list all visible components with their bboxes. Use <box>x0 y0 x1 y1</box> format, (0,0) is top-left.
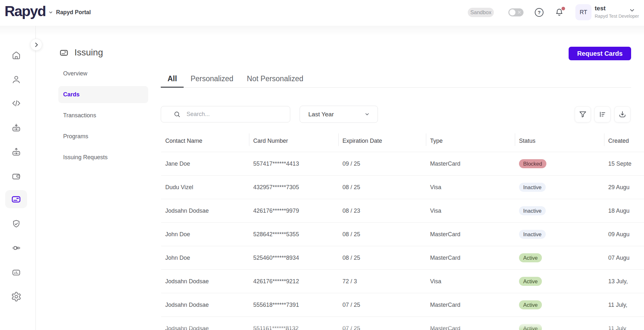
rapyd-logo: Rapyd <box>5 3 46 20</box>
nav-item-issuing-requests[interactable]: Issuing Requests <box>58 149 148 166</box>
cell-created: 13 July, <box>604 278 644 285</box>
nav-item-overview[interactable]: Overview <box>58 65 148 82</box>
toggle-knob <box>509 9 515 15</box>
sidebar-item-clients[interactable] <box>5 70 27 88</box>
cell-exp: 09 / 25 <box>338 160 426 167</box>
cell-type: MasterCard <box>426 302 515 308</box>
table-row[interactable]: Jane Doe557417******441309 / 25MasterCar… <box>161 152 644 176</box>
sidebar-expand-button[interactable] <box>30 39 42 51</box>
cell-type: MasterCard <box>426 160 515 167</box>
column-header-created: Created <box>604 132 644 152</box>
sidebar-item-issuing[interactable] <box>5 190 27 208</box>
table-row[interactable]: Jodsahn Dodsae426176******921272 / 3Visa… <box>161 270 644 293</box>
tab-not-personalized[interactable]: Not Personalized <box>240 70 310 87</box>
cell-status: Inactive <box>515 183 604 192</box>
cell-status: Inactive <box>515 206 604 215</box>
nav-item-transactions[interactable]: Transactions <box>58 107 148 124</box>
sandbox-toggle[interactable] <box>508 8 524 16</box>
sidebar-item-integrations[interactable] <box>5 239 27 257</box>
cell-status: Blocked <box>515 159 604 168</box>
table-row[interactable]: John Doe528642******535508 / 25MasterCar… <box>161 223 644 246</box>
tab-personalized[interactable]: Personalized <box>184 70 240 87</box>
notifications-button[interactable] <box>555 8 564 17</box>
cell-card: 557417******4413 <box>249 160 338 167</box>
table-row[interactable]: Jodsahn Dodsae551161******813207 / 25Mas… <box>161 317 644 330</box>
cell-contact: Dudu Vizel <box>161 184 249 191</box>
sidebar-item-wallets[interactable] <box>5 167 27 185</box>
table-row[interactable]: Jodsahn Dodsae426176******997908 / 23Vis… <box>161 199 644 223</box>
user-menu-chevron-icon[interactable] <box>629 7 635 14</box>
download-icon <box>618 110 627 119</box>
payout-icon <box>11 147 22 157</box>
issuing-card-icon <box>58 48 70 58</box>
app-header: Rapyd Rapyd Portal Sandbox ? RT test Rap… <box>0 0 644 26</box>
cell-type: Visa <box>426 184 515 191</box>
status-badge: Inactive <box>519 206 546 215</box>
sidebar-item-developers[interactable] <box>5 94 27 112</box>
status-badge: Active <box>519 253 542 262</box>
request-cards-button[interactable]: Request Cards <box>569 47 631 60</box>
cell-created: 18 Augu <box>604 208 644 214</box>
tab-all[interactable]: All <box>161 70 184 87</box>
sidebar-item-disburse[interactable] <box>5 143 27 161</box>
cell-exp: 08 / 25 <box>338 255 426 261</box>
cell-contact: Jodsahn Dodsae <box>161 325 249 330</box>
cell-created: 09 Augu <box>604 231 644 238</box>
cell-contact: Jane Doe <box>161 160 249 167</box>
column-header-contact-name: Contact Name <box>161 132 249 152</box>
avatar[interactable]: RT <box>575 4 591 20</box>
status-badge: Blocked <box>519 159 546 168</box>
card-icon <box>11 194 22 205</box>
sidebar-item-settings[interactable] <box>5 287 27 306</box>
cell-card: 426176******9212 <box>249 278 338 285</box>
status-badge: Active <box>519 324 542 330</box>
chevron-down-icon <box>48 10 53 15</box>
table-row[interactable]: Jodsahn Dodsae555618******739107 / 25Mas… <box>161 293 644 317</box>
cell-contact: Jodsahn Dodsae <box>161 278 249 285</box>
help-button[interactable]: ? <box>535 8 543 17</box>
cell-exp: 72 / 3 <box>338 278 426 285</box>
user-name: test <box>595 5 606 12</box>
cell-card: 426176******9979 <box>249 208 338 214</box>
cell-status: Active <box>515 277 604 286</box>
search-input[interactable] <box>187 111 283 118</box>
filter-button[interactable] <box>575 106 591 122</box>
cell-created: 29 Augu <box>604 184 644 191</box>
cell-exp: 08 / 25 <box>338 231 426 238</box>
status-badge: Inactive <box>519 183 546 192</box>
page-title-text: Issuing <box>74 47 103 58</box>
toggle-x-icon <box>517 10 521 14</box>
nav-item-programs[interactable]: Programs <box>58 128 148 145</box>
sidebar-item-home[interactable] <box>5 46 27 64</box>
search-icon <box>174 111 181 118</box>
search-box <box>161 106 290 122</box>
table-row[interactable]: Dudu Vizel432957******730508 / 25VisaIna… <box>161 176 644 199</box>
status-badge: Inactive <box>519 230 546 239</box>
cell-status: Active <box>515 324 604 330</box>
plug-icon <box>11 243 22 253</box>
home-icon <box>11 50 22 61</box>
cell-contact: Jodsahn Dodsae <box>161 302 249 308</box>
sidebar-item-collect[interactable] <box>5 119 27 137</box>
table-row[interactable]: John Doe525460******893408 / 25MasterCar… <box>161 246 644 270</box>
sort-icon <box>598 110 607 119</box>
cell-contact: John Doe <box>161 255 249 261</box>
cell-card: 432957******7305 <box>249 184 338 191</box>
download-button[interactable] <box>614 106 630 122</box>
portal-switcher[interactable]: Rapyd Portal <box>48 0 91 24</box>
sidebar-item-compliance[interactable] <box>5 215 27 233</box>
period-filter-select[interactable]: Last Year <box>300 106 378 123</box>
chevron-right-icon <box>32 41 41 49</box>
sort-button[interactable] <box>594 106 610 122</box>
status-badge: Active <box>519 277 542 286</box>
payin-icon <box>11 122 22 133</box>
sidebar-item-reports[interactable] <box>5 263 27 281</box>
cell-created: 15 Septe <box>604 160 644 167</box>
cell-type: Visa <box>426 208 515 214</box>
funnel-icon <box>578 110 587 119</box>
nav-item-cards[interactable]: Cards <box>58 86 148 103</box>
wallet-icon <box>11 171 22 181</box>
cell-created: 11 July, <box>604 302 644 308</box>
gear-icon <box>11 291 22 302</box>
chevron-down-icon <box>364 112 370 117</box>
